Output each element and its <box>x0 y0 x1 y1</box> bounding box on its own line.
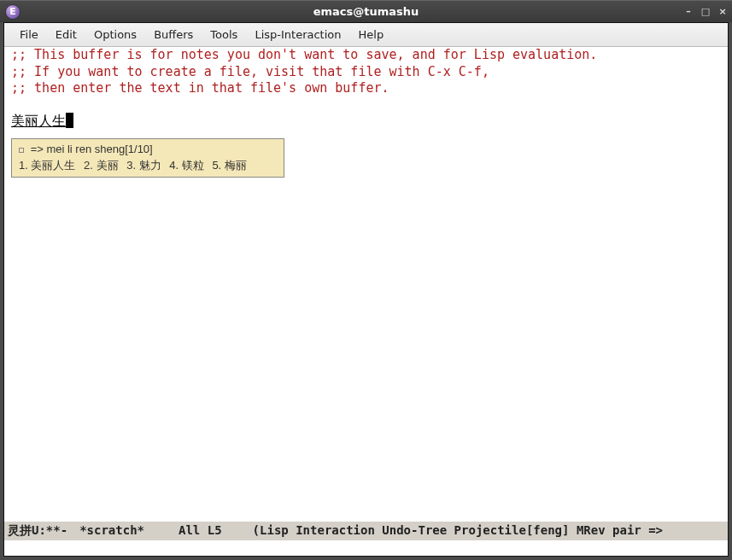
menu-edit[interactable]: Edit <box>47 26 85 43</box>
mode-line-buffer-name[interactable]: *scratch* <box>79 523 144 539</box>
menu-file[interactable]: File <box>11 26 47 43</box>
emacs-frame: File Edit Options Buffers Tools Lisp-Int… <box>3 22 729 557</box>
menu-lisp-interaction[interactable]: Lisp-Interaction <box>246 26 349 43</box>
input-line: 美丽人生 <box>11 113 721 131</box>
maximize-icon[interactable]: □ <box>701 8 710 16</box>
minimize-icon[interactable]: – <box>684 8 693 16</box>
ime-drag-handle-icon[interactable] <box>19 148 24 153</box>
menubar: File Edit Options Buffers Tools Lisp-Int… <box>4 23 728 47</box>
window-titlebar: E emacs@tumashu – □ × <box>0 0 732 22</box>
emacs-app-icon: E <box>5 4 20 20</box>
menu-tools[interactable]: Tools <box>202 26 246 43</box>
minibuffer[interactable] <box>4 540 728 556</box>
window-title: emacs@tumashu <box>313 5 419 18</box>
ime-candidate[interactable]: 2. 美丽 <box>84 159 118 172</box>
close-icon[interactable]: × <box>718 8 727 16</box>
ime-candidate-row: 1. 美丽人生 2. 美丽 3. 魅力 4. 镁粒 5. 梅丽 <box>19 159 277 173</box>
menu-buffers[interactable]: Buffers <box>145 26 202 43</box>
preedit-text: 美丽人生 <box>11 114 66 128</box>
editor-area[interactable]: ;; This buffer is for notes you don't wa… <box>4 47 728 522</box>
ime-candidate[interactable]: 5. 梅丽 <box>212 159 246 172</box>
scratch-comment-line: ;; then enter the text in that file's ow… <box>11 80 721 97</box>
mode-line-modes[interactable]: (Lisp Interaction Undo-Tree Projectile[f… <box>253 523 663 539</box>
scratch-comment-line: ;; This buffer is for notes you don't wa… <box>11 47 721 64</box>
text-cursor <box>66 113 73 128</box>
ime-preedit: => mei li ren sheng[1/10] <box>31 143 153 155</box>
ime-candidate-popup[interactable]: => mei li ren sheng[1/10] 1. 美丽人生 2. 美丽 … <box>11 138 284 178</box>
menu-help[interactable]: Help <box>350 26 393 43</box>
ime-candidate[interactable]: 3. 魅力 <box>126 159 161 172</box>
mode-line-status: 灵拼U:**- <box>8 523 67 539</box>
ime-candidate[interactable]: 1. 美丽人生 <box>19 159 75 172</box>
menu-options[interactable]: Options <box>85 26 145 43</box>
mode-line-position: All L5 <box>179 523 222 539</box>
ime-candidate[interactable]: 4. 镁粒 <box>169 159 203 172</box>
scratch-comment-line: ;; If you want to create a file, visit t… <box>11 64 721 81</box>
mode-line[interactable]: 灵拼U:**- *scratch* All L5 (Lisp Interacti… <box>4 522 728 540</box>
